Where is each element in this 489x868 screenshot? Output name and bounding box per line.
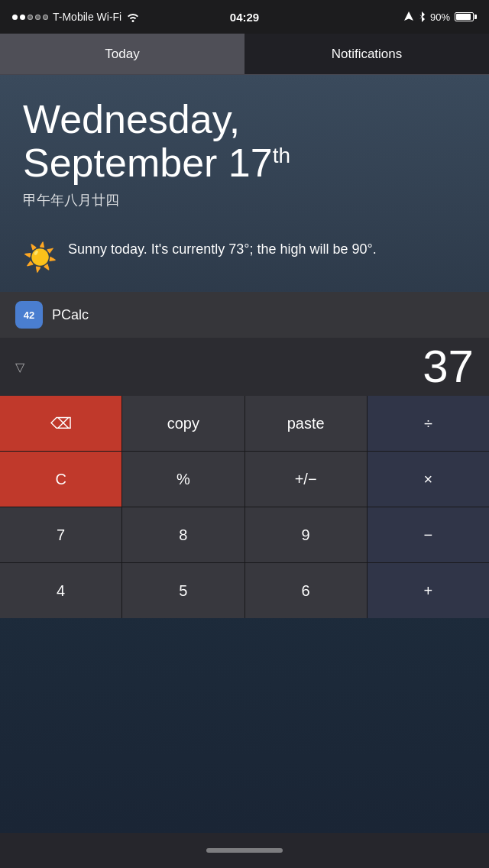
date-superscript: th <box>273 144 290 167</box>
signal-dot-4 <box>35 15 40 20</box>
collapse-button[interactable]: ▽ <box>15 360 24 374</box>
tab-today[interactable]: Today <box>0 34 244 74</box>
calc-btn-[interactable]: +/− <box>245 452 367 507</box>
handle-bar <box>206 848 283 853</box>
date-line2: September 17 <box>23 141 273 185</box>
location-icon <box>404 11 413 22</box>
date-main: Wednesday, September 17th <box>23 98 466 185</box>
signal-dot-3 <box>28 15 33 20</box>
status-bar: T-Mobile Wi-Fi 04:29 90% <box>0 0 489 34</box>
status-time: 04:29 <box>230 11 259 24</box>
calc-buttons: ⌫copypaste÷C%+/−×789−456+ <box>0 396 489 618</box>
signal-dots <box>12 15 48 20</box>
pcalc-widget: 42 PCalc ▽ 37 ⌫copypaste÷C%+/−×789−456+ <box>0 292 489 618</box>
calc-btn-[interactable]: ⌫ <box>0 396 121 451</box>
status-right: 90% <box>404 11 477 23</box>
signal-dot-1 <box>12 15 18 20</box>
tab-notifications[interactable]: Notifications <box>244 34 489 74</box>
weather-icon: ☀️ <box>23 241 57 274</box>
weather-description: Sunny today. It's currently 73°; the hig… <box>68 240 377 259</box>
calc-btn-4[interactable]: 4 <box>0 563 121 618</box>
wifi-icon <box>126 11 140 22</box>
bottom-handle <box>0 833 489 868</box>
calc-btn-9[interactable]: 9 <box>245 507 367 562</box>
signal-dot-5 <box>43 15 48 20</box>
calc-btn-C[interactable]: C <box>0 452 121 507</box>
calc-btn-[interactable]: ÷ <box>368 396 489 451</box>
battery-percent: 90% <box>430 11 450 23</box>
date-chinese: 甲午年八月廿四 <box>23 191 466 209</box>
calc-btn-[interactable]: − <box>368 507 489 562</box>
calc-btn-[interactable]: + <box>368 563 489 618</box>
pcalc-app-icon: 42 <box>15 301 43 329</box>
date-line1: Wednesday, <box>23 97 240 141</box>
signal-dot-2 <box>20 15 25 20</box>
calc-btn-7[interactable]: 7 <box>0 507 121 562</box>
main-content: Wednesday, September 17th 甲午年八月廿四 ☀️ Sun… <box>0 75 489 833</box>
calc-btn-8[interactable]: 8 <box>122 507 244 562</box>
carrier-label: T-Mobile Wi-Fi <box>53 11 121 23</box>
battery-icon <box>455 12 477 21</box>
calc-btn-paste[interactable]: paste <box>245 396 367 451</box>
calc-btn-[interactable]: % <box>122 452 244 507</box>
calc-btn-6[interactable]: 6 <box>245 563 367 618</box>
calc-btn-[interactable]: × <box>368 452 489 507</box>
date-section: Wednesday, September 17th 甲午年八月廿四 <box>0 75 489 240</box>
calc-btn-copy[interactable]: copy <box>122 396 244 451</box>
weather-section: ☀️ Sunny today. It's currently 73°; the … <box>0 240 489 289</box>
pcalc-header: 42 PCalc <box>0 292 489 338</box>
calc-btn-5[interactable]: 5 <box>122 563 244 618</box>
bluetooth-icon <box>418 11 426 22</box>
calc-display: ▽ 37 <box>0 338 489 396</box>
tab-bar: Today Notifications <box>0 34 489 75</box>
calc-display-value: 37 <box>423 344 474 390</box>
pcalc-title: PCalc <box>52 307 89 323</box>
status-left: T-Mobile Wi-Fi <box>12 11 140 23</box>
